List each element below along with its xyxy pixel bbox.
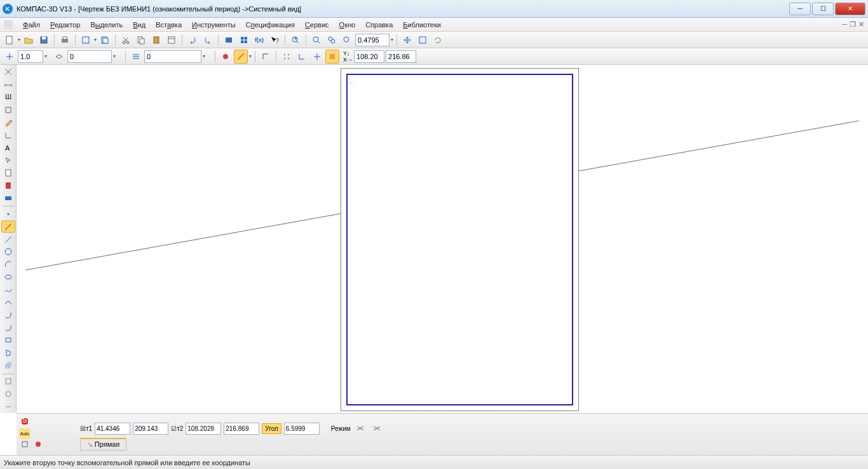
layer-input[interactable] [67,50,112,63]
point-tool[interactable] [1,208,15,220]
zoom-window-button[interactable] [309,33,323,47]
line-tool[interactable] [1,233,15,245]
panel-opt2[interactable] [32,439,44,449]
misc-tool-3[interactable] [1,400,15,412]
menu-help[interactable]: Справка [360,20,398,30]
mdi-restore[interactable]: ❐ [850,20,856,29]
auto-button[interactable]: Auto [19,428,31,438]
angle-input[interactable] [284,423,320,435]
t1-x-input[interactable] [95,423,130,435]
print-button[interactable] [58,33,72,47]
measure-panel-button[interactable]: A [1,142,15,154]
select-panel-button[interactable] [1,154,15,167]
t1-y-input[interactable] [133,423,168,435]
menu-select[interactable]: Выделить [85,20,128,30]
properties-button[interactable] [165,33,179,47]
dimensions-panel-button[interactable] [1,79,15,91]
ellipse-tool[interactable] [1,271,15,283]
paste-button[interactable] [149,33,163,47]
arc-tool[interactable] [1,259,15,271]
zoom-scale-button[interactable] [340,33,354,47]
global-cs-button[interactable] [310,50,324,64]
bezier-tool[interactable] [1,296,15,308]
menu-editor[interactable]: Редактор [45,20,85,30]
stop-button[interactable]: STOP [19,416,31,426]
zoom-input[interactable] [355,34,390,46]
variables-button[interactable]: f(x) [252,33,266,47]
scale-input[interactable] [18,50,43,63]
ortho-button[interactable] [259,50,273,64]
parametric-panel-button[interactable] [1,129,15,141]
grid-snap-button[interactable] [280,50,294,64]
copy-button[interactable] [134,33,148,47]
menu-spec[interactable]: Спецификация [241,20,300,30]
redo-button[interactable] [201,33,215,47]
snap-button[interactable] [219,50,233,64]
local-cs-button[interactable] [295,50,309,64]
menu-window[interactable]: Окно [334,20,361,30]
maximize-button[interactable]: ☐ [812,3,834,15]
angle-label[interactable]: Угол [262,423,281,434]
t2-x-input[interactable] [186,423,221,435]
menu-insert[interactable]: Вставка [151,20,187,30]
reports-panel-button[interactable] [1,180,15,192]
library-button[interactable] [222,33,236,47]
panel-opt1[interactable] [19,439,31,449]
notation-panel-button[interactable]: Ш [1,92,15,104]
views-panel-button[interactable] [1,193,15,205]
circle-tool[interactable] [1,246,15,258]
aux-line-tool[interactable] [1,221,15,233]
menu-service[interactable]: Сервис [300,20,334,30]
param-mode-button[interactable] [325,50,339,64]
construction-panel-button[interactable] [1,104,15,116]
mdi-min[interactable]: ─ [842,20,847,29]
coord-x-input[interactable] [354,50,384,63]
help-cursor-button[interactable]: ? [268,33,281,47]
spline-tool[interactable] [1,284,15,296]
doc-manager-button[interactable] [98,33,112,47]
mode-opt1[interactable] [353,421,367,435]
fillet-tool[interactable] [1,322,15,334]
mdi-close[interactable]: ✕ [858,20,864,29]
t1-checkbox[interactable]: ☒т1 [80,425,92,432]
hatch-tool[interactable] [1,360,15,372]
zoom-fit-button[interactable] [416,33,430,47]
menu-view[interactable]: Вид [128,20,151,30]
new-button[interactable] [3,33,17,47]
geometry-panel-button[interactable] [1,66,15,78]
cut-button[interactable] [119,33,133,47]
save-button[interactable] [37,33,51,47]
panel-tab-line[interactable]: ↘ Прямая [80,438,126,451]
t2-checkbox[interactable]: ☑т2 [171,425,183,432]
rect-tool[interactable] [1,334,15,346]
open-button[interactable] [22,33,36,47]
preview-button[interactable] [79,33,93,47]
pan-button[interactable] [400,33,414,47]
menu-tools[interactable]: Инструменты [187,20,241,30]
grid-button[interactable] [237,33,251,47]
minimize-button[interactable]: ─ [789,3,811,15]
layer-toggle-button[interactable] [52,50,66,64]
style-input[interactable] [144,50,201,63]
cursor-step-button[interactable] [3,50,17,64]
coord-y-input[interactable] [386,50,416,63]
zoom-in-button[interactable]: + [288,33,302,47]
refresh-button[interactable] [431,33,445,47]
misc-tool-2[interactable] [1,388,15,400]
mode-opt2[interactable] [370,421,384,435]
menu-libs[interactable]: Библиотеки [398,20,446,30]
polygon-tool[interactable] [1,347,15,359]
edit-panel-button[interactable] [1,116,15,128]
close-button[interactable]: ✕ [835,3,865,15]
drawing-canvas[interactable]: Угол 6.5999 +т1 [17,65,868,413]
chamfer-tool[interactable] [1,309,15,321]
svg-rect-97 [22,442,27,447]
zoom-dynamic-button[interactable] [325,33,339,47]
spec-panel-button[interactable] [1,167,15,179]
t2-y-input[interactable] [224,423,259,435]
misc-tool-1[interactable] [1,376,15,388]
aux-mode-button[interactable] [234,50,248,64]
menu-file[interactable]: Файл [18,20,45,30]
undo-button[interactable] [186,33,200,47]
linestyle-icon[interactable] [129,50,143,64]
